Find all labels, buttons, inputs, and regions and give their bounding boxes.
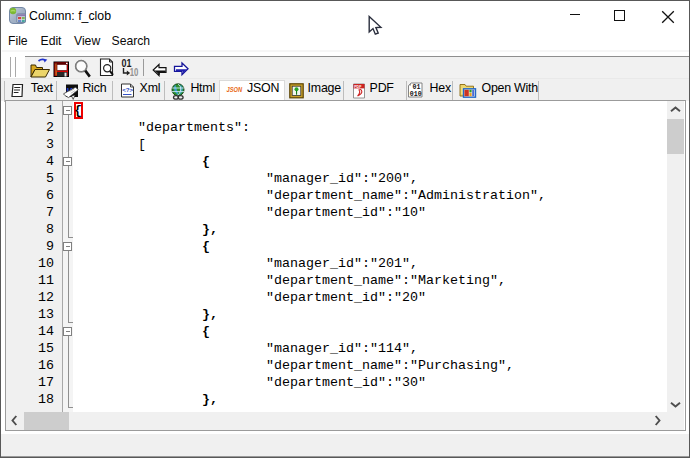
svg-text:<?>: <?> — [122, 86, 133, 93]
svg-text:JSON: JSON — [226, 85, 242, 94]
svg-text:PDF: PDF — [354, 84, 362, 88]
svg-text:010: 010 — [409, 91, 421, 98]
svg-text:10: 10 — [130, 67, 139, 78]
